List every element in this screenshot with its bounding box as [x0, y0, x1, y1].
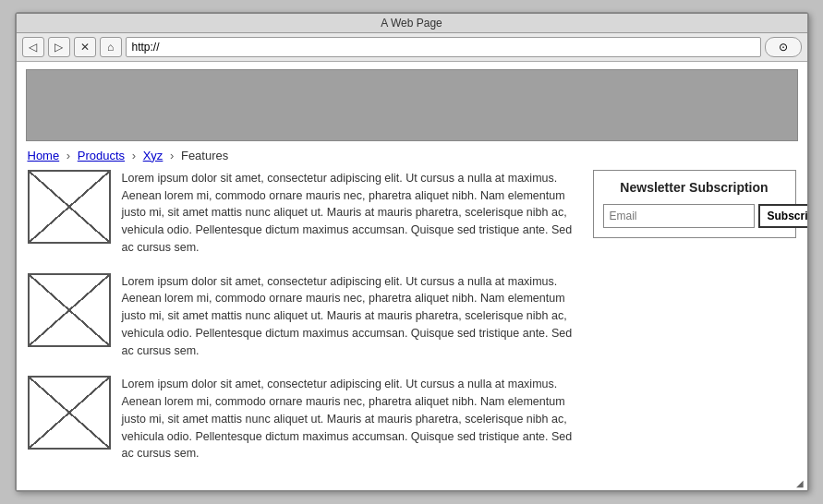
newsletter-widget: Newsletter Subscription Subscribe — [593, 170, 796, 238]
browser-window: A Web Page ◁ ▷ ✕ ⌂ ⊙ Home › Products › X… — [15, 12, 809, 492]
email-field[interactable] — [603, 204, 755, 228]
home-icon: ⌂ — [107, 41, 114, 54]
back-button[interactable]: ◁ — [22, 37, 44, 57]
main-layout: Lorem ipsum dolor sit amet, consectetur … — [17, 170, 807, 490]
breadcrumb-sep-3: › — [170, 149, 174, 162]
breadcrumb-sep-2: › — [132, 149, 136, 162]
list-item: Lorem ipsum dolor sit amet, consectetur … — [28, 376, 578, 462]
search-icon: ⊙ — [779, 41, 788, 54]
item-text-3: Lorem ipsum dolor sit amet, consectetur … — [122, 376, 578, 462]
placeholder-image-3 — [28, 376, 111, 450]
item-text-2: Lorem ipsum dolor sit amet, consectetur … — [122, 273, 578, 360]
hero-banner — [26, 69, 798, 141]
window-title: A Web Page — [381, 17, 442, 30]
address-bar[interactable] — [126, 37, 761, 57]
newsletter-title: Newsletter Subscription — [603, 180, 786, 195]
home-button[interactable]: ⌂ — [100, 37, 122, 57]
list-item: Lorem ipsum dolor sit amet, consectetur … — [28, 273, 578, 360]
sidebar-column: Newsletter Subscription Subscribe — [593, 170, 796, 479]
item-text-1: Lorem ipsum dolor sit amet, consectetur … — [122, 170, 578, 257]
breadcrumb-xyz[interactable]: Xyz — [143, 149, 163, 162]
page-content: Home › Products › Xyz › Features Lorem i… — [17, 62, 807, 490]
subscribe-button[interactable]: Subscribe — [758, 204, 807, 228]
nav-bar: ◁ ▷ ✕ ⌂ ⊙ — [17, 33, 807, 62]
close-button[interactable]: ✕ — [74, 37, 96, 57]
breadcrumb: Home › Products › Xyz › Features — [17, 141, 807, 170]
breadcrumb-current: Features — [181, 149, 228, 162]
forward-icon: ▷ — [54, 41, 63, 54]
breadcrumb-home[interactable]: Home — [28, 149, 60, 162]
newsletter-form: Subscribe — [603, 204, 786, 228]
forward-button[interactable]: ▷ — [48, 37, 70, 57]
content-column: Lorem ipsum dolor sit amet, consectetur … — [28, 170, 578, 479]
list-item: Lorem ipsum dolor sit amet, consectetur … — [28, 170, 578, 257]
breadcrumb-sep-1: › — [67, 149, 70, 162]
close-icon: ✕ — [80, 41, 90, 54]
title-bar: A Web Page — [17, 14, 807, 33]
search-button[interactable]: ⊙ — [765, 37, 802, 57]
placeholder-image-2 — [28, 273, 111, 347]
breadcrumb-products[interactable]: Products — [78, 149, 125, 162]
resize-handle[interactable]: ◢ — [796, 478, 804, 488]
placeholder-image-1 — [28, 170, 111, 244]
back-icon: ◁ — [29, 41, 37, 54]
